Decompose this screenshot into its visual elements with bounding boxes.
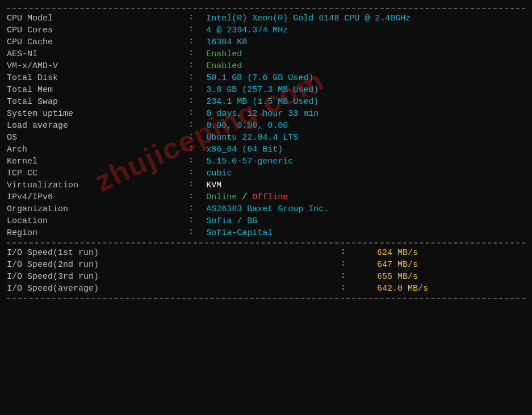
info-value: 0.00, 0.00, 0.00 <box>206 120 525 132</box>
system-info-row: Organization:AS26383 Baxet Group Inc. <box>7 203 525 215</box>
info-colon: : <box>184 144 206 156</box>
info-value: 5.15.0-57-generic <box>206 156 525 167</box>
system-info-row: Total Swap:234.1 MB (1.5 MB Used) <box>7 96 525 108</box>
io-speed-row: I/O Speed(average):642.0 MB/s <box>7 283 525 295</box>
io-label: I/O Speed(1st run) <box>7 247 336 259</box>
info-colon: : <box>184 156 206 167</box>
system-info-row: TCP CC:cubic <box>7 167 525 179</box>
info-colon: : <box>184 84 206 96</box>
system-info-row: System uptime:0 days, 12 hour 33 min <box>7 108 525 120</box>
system-info-row: Kernel:5.15.0-57-generic <box>7 156 525 167</box>
info-colon: : <box>184 24 206 36</box>
info-colon: : <box>184 96 206 108</box>
info-value: 0 days, 12 hour 33 min <box>206 108 525 120</box>
info-colon: : <box>184 72 206 84</box>
info-colon: : <box>184 167 206 179</box>
io-value: 655 MB/s <box>377 271 525 283</box>
info-value: Intel(R) Xeon(R) Gold 6148 CPU @ 2.40GHz <box>206 12 525 24</box>
system-info-row: Total Mem:3.8 GB (257.3 MB Used) <box>7 84 525 96</box>
system-info-row: CPU Model:Intel(R) Xeon(R) Gold 6148 CPU… <box>7 12 525 24</box>
io-speed-table: I/O Speed(1st run):624 MB/sI/O Speed(2nd… <box>7 247 525 295</box>
info-colon: : <box>184 60 206 72</box>
system-info-row: CPU Cache:16384 KB <box>7 36 525 48</box>
info-value: 50.1 GB (7.6 GB Used) <box>206 72 525 84</box>
info-label: Total Disk <box>7 72 184 84</box>
info-label: IPv4/IPv6 <box>7 191 184 203</box>
system-info-row: Location:Sofia / BG <box>7 215 525 227</box>
io-value: 642.0 MB/s <box>377 283 525 295</box>
io-label: I/O Speed(2nd run) <box>7 259 336 271</box>
info-value: x86_64 (64 Bit) <box>206 144 525 156</box>
info-value: Sofia-Capital <box>206 227 525 239</box>
io-value: 624 MB/s <box>377 247 525 259</box>
info-colon: : <box>184 203 206 215</box>
info-colon: : <box>184 48 206 60</box>
info-label: AES-NI <box>7 48 184 60</box>
io-value: 647 MB/s <box>377 259 525 271</box>
info-colon: : <box>184 179 206 191</box>
info-label: CPU Model <box>7 12 184 24</box>
info-label: TCP CC <box>7 167 184 179</box>
info-label: Total Swap <box>7 96 184 108</box>
info-colon: : <box>184 108 206 120</box>
io-colon: : <box>336 271 377 283</box>
info-value: Online / Offline <box>206 191 525 203</box>
system-info-row: CPU Cores:4 @ 2394.374 MHz <box>7 24 525 36</box>
info-label: Virtualization <box>7 179 184 191</box>
info-value: 3.8 GB (257.3 MB Used) <box>206 84 525 96</box>
mid-divider <box>7 242 525 244</box>
info-label: Organization <box>7 203 184 215</box>
io-colon: : <box>336 259 377 271</box>
info-label: System uptime <box>7 108 184 120</box>
info-value: Enabled <box>206 60 525 72</box>
info-label: CPU Cache <box>7 36 184 48</box>
info-label: OS <box>7 132 184 144</box>
io-label: I/O Speed(3rd run) <box>7 271 336 283</box>
system-info-row: VM-x/AMD-V:Enabled <box>7 60 525 72</box>
info-value: Ubuntu 22.04.4 LTS <box>206 132 525 144</box>
system-info-row: IPv4/IPv6:Online / Offline <box>7 191 525 203</box>
info-label: Load average <box>7 120 184 132</box>
info-label: Kernel <box>7 156 184 167</box>
info-colon: : <box>184 215 206 227</box>
info-label: CPU Cores <box>7 24 184 36</box>
top-divider <box>7 8 525 9</box>
info-value: cubic <box>206 167 525 179</box>
info-colon: : <box>184 12 206 24</box>
info-value: KVM <box>206 179 525 191</box>
info-colon: : <box>184 120 206 132</box>
info-value: 234.1 MB (1.5 MB Used) <box>206 96 525 108</box>
io-speed-row: I/O Speed(3rd run):655 MB/s <box>7 271 525 283</box>
system-info-row: Region:Sofia-Capital <box>7 227 525 239</box>
io-colon: : <box>336 247 377 259</box>
info-value: Enabled <box>206 48 525 60</box>
system-info-table: CPU Model:Intel(R) Xeon(R) Gold 6148 CPU… <box>7 12 525 239</box>
io-colon: : <box>336 283 377 295</box>
io-speed-row: I/O Speed(1st run):624 MB/s <box>7 247 525 259</box>
system-info-row: AES-NI:Enabled <box>7 48 525 60</box>
info-value: AS26383 Baxet Group Inc. <box>206 203 525 215</box>
bottom-divider <box>7 298 525 299</box>
info-label: Region <box>7 227 184 239</box>
info-colon: : <box>184 191 206 203</box>
info-value: 16384 KB <box>206 36 525 48</box>
info-label: VM-x/AMD-V <box>7 60 184 72</box>
system-info-row: Total Disk:50.1 GB (7.6 GB Used) <box>7 72 525 84</box>
info-value: Sofia / BG <box>206 215 525 227</box>
system-info-row: OS:Ubuntu 22.04.4 LTS <box>7 132 525 144</box>
info-label: Arch <box>7 144 184 156</box>
info-label: Total Mem <box>7 84 184 96</box>
io-label: I/O Speed(average) <box>7 283 336 295</box>
info-colon: : <box>184 132 206 144</box>
system-info-row: Load average:0.00, 0.00, 0.00 <box>7 120 525 132</box>
info-colon: : <box>184 227 206 239</box>
info-value: 4 @ 2394.374 MHz <box>206 24 525 36</box>
io-speed-row: I/O Speed(2nd run):647 MB/s <box>7 259 525 271</box>
system-info-row: Virtualization:KVM <box>7 179 525 191</box>
info-colon: : <box>184 36 206 48</box>
system-info-row: Arch:x86_64 (64 Bit) <box>7 144 525 156</box>
info-label: Location <box>7 215 184 227</box>
